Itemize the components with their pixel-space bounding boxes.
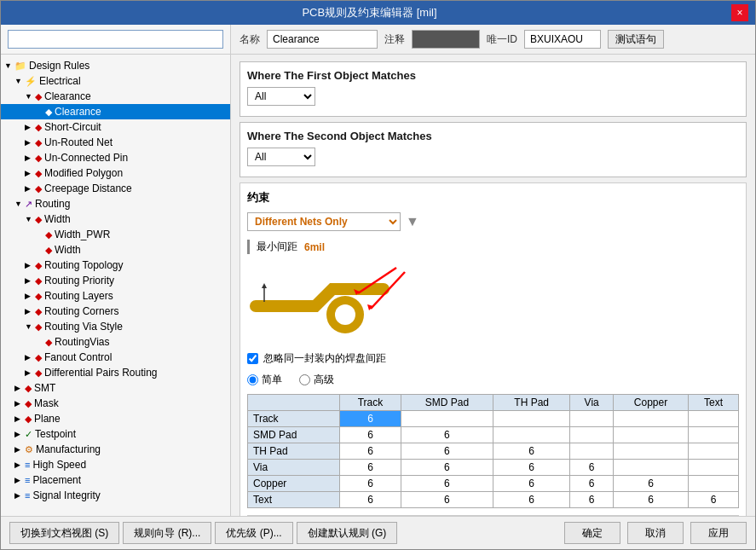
tree-item-routing-topology[interactable]: ▶ ◆ Routing Topology [1,258,230,273]
tree-item-routing-vias[interactable]: ◆ RoutingVias [1,334,230,350]
expand-icon[interactable]: ▼ [14,200,25,208]
tree-item-width[interactable]: ▼ ◆ Width [1,211,230,227]
cell-copper-smd[interactable]: 6 [401,476,493,492]
cell-track-th[interactable] [493,411,570,427]
expand-icon[interactable]: ▼ [25,322,35,331]
radio-advanced[interactable]: 高级 [299,373,334,387]
nets-dropdown[interactable]: Different Nets Only Any Net Same Net [247,212,401,231]
radio-simple[interactable]: 简单 [247,373,282,387]
tree-item-short-circuit[interactable]: ▶ ◆ Short-Circuit [1,119,230,135]
expand-icon[interactable]: ▼ [4,61,14,70]
expand-icon[interactable]: ▶ [25,307,35,316]
cell-text-copper[interactable]: 6 [614,492,689,508]
expand-icon[interactable]: ▶ [14,445,25,454]
priority-button[interactable]: 优先级 (P)... [215,522,292,544]
expand-icon[interactable]: ▶ [14,460,25,469]
cell-text-track[interactable]: 6 [340,492,401,508]
tree-item-unrouted-net[interactable]: ▶ ◆ Un-Routed Net [1,135,230,150]
cell-track-copper[interactable] [614,411,689,427]
cell-smd-text[interactable] [689,427,739,443]
cell-via-track[interactable]: 6 [340,460,401,476]
comment-input[interactable] [412,30,480,49]
cell-text-th[interactable]: 6 [493,492,570,508]
expand-icon[interactable]: ▶ [25,138,35,147]
cell-via-smd[interactable]: 6 [401,460,493,476]
expand-icon[interactable]: ▶ [25,353,35,362]
cell-track-via[interactable] [570,411,614,427]
tree-item-modified-polygon[interactable]: ▶ ◆ Modified Polygon [1,165,230,181]
expand-icon[interactable]: ▶ [14,384,25,392]
tree-item-design-rules[interactable]: ▼ 📁 Design Rules [1,58,230,73]
tree-item-fanout[interactable]: ▶ ◆ Fanout Control [1,350,230,365]
cell-th-copper[interactable] [614,443,689,460]
tree-item-routing-corners[interactable]: ▶ ◆ Routing Corners [1,304,230,319]
tree-item-high-speed[interactable]: ▶ ≡ High Speed [1,457,230,472]
tree-item-smt[interactable]: ▶ ◆ SMT [1,380,230,396]
cell-th-th[interactable]: 6 [493,443,570,460]
expand-icon[interactable]: ▶ [14,491,25,500]
tree-item-unconnected-pin[interactable]: ▶ ◆ Un-Connected Pin [1,150,230,165]
tree-item-plane[interactable]: ▶ ◆ Plane [1,411,230,426]
tree-item-signal-integrity[interactable]: ▶ ≡ Signal Integrity [1,488,230,503]
cell-text-via[interactable]: 6 [570,492,614,508]
search-input[interactable] [8,30,223,49]
apply-button[interactable]: 应用 [690,522,747,544]
second-match-dropdown[interactable]: All [247,148,315,166]
expand-icon[interactable]: ▶ [25,123,35,131]
id-input[interactable] [524,30,601,49]
cell-via-text[interactable] [689,460,739,476]
expand-icon[interactable]: ▼ [25,92,35,101]
tree-item-clearance-group[interactable]: ▼ ◆ Clearance [1,89,230,104]
expand-icon[interactable]: ▶ [25,261,35,269]
tree-item-routing-priority[interactable]: ▶ ◆ Routing Priority [1,273,230,288]
tree-item-manufacturing[interactable]: ▶ ⚙ Manufacturing [1,442,230,457]
cell-track-text[interactable] [689,411,739,427]
cell-smd-th[interactable] [493,427,570,443]
doc-view-button[interactable]: 切换到文档视图 (S) [9,522,119,544]
cell-track-track[interactable]: 6 [340,411,401,427]
expand-icon[interactable]: ▼ [14,77,25,85]
ignore-checkbox[interactable] [247,353,258,364]
expand-icon[interactable]: ▶ [25,169,35,177]
cell-smd-track[interactable]: 6 [340,427,401,443]
cell-th-smd[interactable]: 6 [401,443,493,460]
tree-item-clearance[interactable]: ◆ Clearance [1,104,230,119]
cell-smd-smd[interactable]: 6 [401,427,493,443]
cell-text-text[interactable]: 6 [689,492,739,508]
cell-copper-via[interactable]: 6 [570,476,614,492]
expand-icon[interactable]: ▶ [14,476,25,484]
cell-copper-track[interactable]: 6 [340,476,401,492]
tree-item-creepage[interactable]: ▶ ◆ Creepage Distance [1,181,230,196]
tree-item-routing-layers[interactable]: ▶ ◆ Routing Layers [1,288,230,304]
expand-icon[interactable]: ▶ [25,153,35,162]
cell-via-copper[interactable] [614,460,689,476]
cell-th-via[interactable] [570,443,614,460]
cell-copper-copper[interactable]: 6 [614,476,689,492]
cancel-button[interactable]: 取消 [627,522,684,544]
expand-icon[interactable]: ▼ [25,215,35,223]
cell-copper-text[interactable] [689,476,739,492]
tree-item-electrical[interactable]: ▼ ⚡ Electrical [1,73,230,89]
cell-via-via[interactable]: 6 [570,460,614,476]
create-default-button[interactable]: 创建默认规则 (G) [297,522,398,544]
cell-text-smd[interactable]: 6 [401,492,493,508]
cell-smd-copper[interactable] [614,427,689,443]
tree-item-routing-via-style[interactable]: ▼ ◆ Routing Via Style [1,319,230,334]
cell-smd-via[interactable] [570,427,614,443]
expand-icon[interactable]: ▶ [14,430,25,438]
tree-item-width-item[interactable]: ◆ Width [1,242,230,258]
tree-item-width-pwr[interactable]: ◆ Width_PWR [1,227,230,242]
tree-item-routing[interactable]: ▼ ↗ Routing [1,196,230,211]
cell-copper-th[interactable]: 6 [493,476,570,492]
test-button[interactable]: 测试语句 [608,30,664,49]
expand-icon[interactable]: ▶ [25,292,35,300]
ok-button[interactable]: 确定 [564,522,620,544]
tree-item-mask[interactable]: ▶ ◆ Mask [1,396,230,411]
first-match-dropdown[interactable]: All [247,87,315,106]
tree-item-testpoint[interactable]: ▶ ✓ Testpoint [1,426,230,442]
rule-wizard-button[interactable]: 规则向导 (R)... [123,522,211,544]
expand-icon[interactable]: ▶ [14,414,25,423]
tree-item-diff-pairs[interactable]: ▶ ◆ Differential Pairs Routing [1,365,230,380]
expand-icon[interactable]: ▶ [25,368,35,377]
expand-icon[interactable]: ▶ [14,399,25,408]
